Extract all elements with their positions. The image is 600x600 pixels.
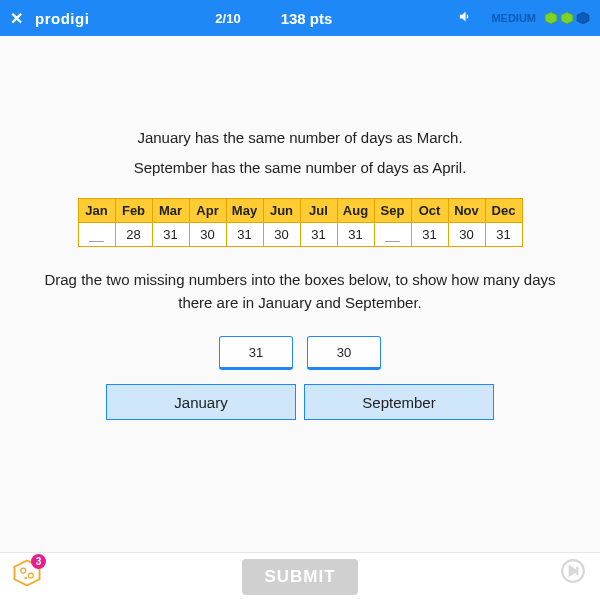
- submit-button[interactable]: SUBMIT: [242, 559, 357, 595]
- dropzone-september[interactable]: September: [304, 384, 494, 420]
- table-row: Jan Feb Mar Apr May Jun Jul Aug Sep Oct …: [78, 199, 522, 223]
- month-header: Nov: [448, 199, 485, 223]
- days-cell: 31: [226, 223, 263, 247]
- month-header: Aug: [337, 199, 374, 223]
- svg-marker-0: [545, 12, 557, 24]
- months-table: Jan Feb Mar Apr May Jun Jul Aug Sep Oct …: [78, 198, 523, 247]
- question-area: January has the same number of days as M…: [0, 36, 600, 420]
- hex-icon: [560, 11, 574, 25]
- svg-point-5: [28, 573, 33, 578]
- skip-icon[interactable]: [560, 558, 586, 588]
- month-header: May: [226, 199, 263, 223]
- days-cell: 28: [115, 223, 152, 247]
- month-header: Sep: [374, 199, 411, 223]
- month-header: Oct: [411, 199, 448, 223]
- difficulty-label: MEDIUM: [491, 12, 536, 24]
- sound-icon[interactable]: [458, 9, 473, 27]
- days-cell: 31: [300, 223, 337, 247]
- days-cell: 30: [448, 223, 485, 247]
- days-cell: 30: [189, 223, 226, 247]
- points-display: 138 pts: [281, 10, 333, 27]
- svg-marker-8: [570, 567, 577, 576]
- svg-marker-2: [577, 12, 589, 24]
- footer-bar: SUBMIT: [0, 552, 600, 600]
- months-table-wrap: Jan Feb Mar Apr May Jun Jul Aug Sep Oct …: [40, 198, 560, 247]
- days-cell: 30: [263, 223, 300, 247]
- days-cell: 31: [337, 223, 374, 247]
- draggable-row: 31 30: [40, 336, 560, 370]
- month-header: Dec: [485, 199, 522, 223]
- month-header: Jan: [78, 199, 115, 223]
- days-cell: __: [78, 223, 115, 247]
- draggable-number[interactable]: 30: [307, 336, 381, 370]
- statement-2: September has the same number of days as…: [40, 156, 560, 180]
- hint-count: 3: [31, 554, 46, 569]
- dropzone-january[interactable]: January: [106, 384, 296, 420]
- progress-counter: 2/10: [215, 11, 240, 26]
- days-cell: 31: [152, 223, 189, 247]
- table-row: __ 28 31 30 31 30 31 31 __ 31 30 31: [78, 223, 522, 247]
- hex-indicators: [544, 11, 590, 25]
- month-header: Apr: [189, 199, 226, 223]
- days-cell: 31: [485, 223, 522, 247]
- month-header: Jun: [263, 199, 300, 223]
- days-cell: __: [374, 223, 411, 247]
- logo: prodigi: [35, 10, 89, 27]
- days-cell: 31: [411, 223, 448, 247]
- hex-icon: [544, 11, 558, 25]
- svg-point-6: [25, 577, 28, 580]
- hex-icon: [576, 11, 590, 25]
- hint-badge[interactable]: 3: [12, 558, 42, 592]
- draggable-number[interactable]: 31: [219, 336, 293, 370]
- month-header: Mar: [152, 199, 189, 223]
- dropzone-row: January September: [40, 384, 560, 420]
- top-bar: ✕ prodigi 2/10 138 pts MEDIUM: [0, 0, 600, 36]
- instruction-text: Drag the two missing numbers into the bo…: [40, 269, 560, 314]
- month-header: Feb: [115, 199, 152, 223]
- month-header: Jul: [300, 199, 337, 223]
- close-icon[interactable]: ✕: [10, 9, 23, 28]
- svg-marker-1: [561, 12, 573, 24]
- statement-1: January has the same number of days as M…: [40, 126, 560, 150]
- svg-point-4: [21, 568, 26, 573]
